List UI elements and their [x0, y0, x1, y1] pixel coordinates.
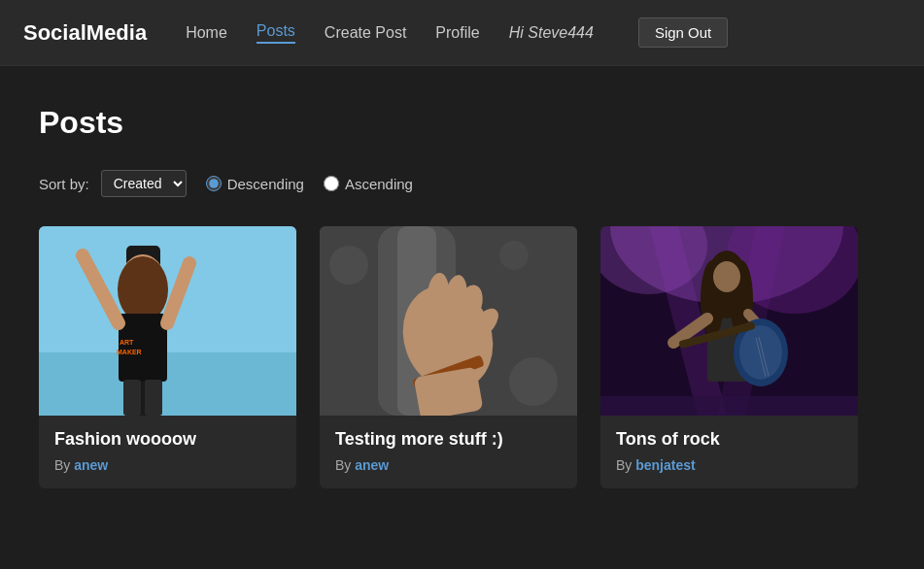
nav-link-create-post[interactable]: Create Post — [325, 24, 406, 42]
post-card-0[interactable]: ART MAKER Fashion woooow By anew — [39, 226, 296, 488]
main-content: Posts Sort by: Created Title Author Desc… — [0, 66, 924, 527]
post-card-1-body: Testing more stuff :) By anew — [320, 416, 577, 488]
post-card-2-body: Tons of rock By benjatest — [600, 416, 858, 488]
post-1-author-line: By anew — [335, 457, 562, 473]
sort-ascending-group: Ascending — [324, 176, 413, 192]
nav-link-profile[interactable]: Profile — [435, 24, 479, 42]
nav-link-posts[interactable]: Posts — [257, 22, 295, 44]
svg-point-24 — [509, 357, 558, 406]
sort-controls: Sort by: Created Title Author Descending… — [39, 170, 885, 197]
post-2-title: Tons of rock — [616, 429, 842, 450]
sort-descending-label[interactable]: Descending — [227, 176, 304, 192]
post-2-author-line: By benjatest — [616, 457, 842, 473]
post-1-title: Testing more stuff :) — [335, 429, 562, 450]
svg-point-41 — [739, 325, 782, 380]
navbar: SocialMedia Home Posts Create Post Profi… — [0, 0, 924, 66]
sort-descending-group: Descending — [206, 176, 304, 192]
post-card-2[interactable]: Tons of rock By benjatest — [600, 226, 858, 488]
sort-select[interactable]: Created Title Author — [101, 170, 187, 197]
nav-links: Home Posts Create Post Profile Hi Steve4… — [186, 17, 901, 48]
post-1-author: anew — [355, 457, 389, 473]
posts-grid: ART MAKER Fashion woooow By anew — [39, 226, 885, 488]
post-0-author-line: By anew — [54, 457, 281, 473]
svg-point-25 — [499, 241, 529, 270]
svg-rect-9 — [145, 380, 162, 416]
post-image-1 — [320, 226, 577, 416]
nav-greeting: Hi Steve444 — [509, 24, 594, 42]
sign-out-button[interactable]: Sign Out — [638, 17, 728, 48]
post-card-0-body: Fashion woooow By anew — [39, 416, 296, 488]
post-image-2 — [600, 226, 858, 416]
svg-text:ART: ART — [120, 339, 134, 346]
page-title: Posts — [39, 105, 885, 141]
svg-point-23 — [329, 246, 368, 284]
post-2-author: benjatest — [635, 457, 695, 473]
svg-point-37 — [713, 261, 740, 292]
svg-rect-8 — [123, 380, 141, 416]
svg-rect-5 — [119, 314, 167, 382]
post-0-author: anew — [74, 457, 108, 473]
post-card-1[interactable]: Testing more stuff :) By anew — [320, 226, 577, 488]
svg-point-4 — [118, 256, 168, 322]
sort-ascending-radio[interactable] — [324, 176, 339, 191]
sort-ascending-label[interactable]: Ascending — [345, 176, 413, 192]
sort-descending-radio[interactable] — [206, 176, 222, 191]
post-0-title: Fashion woooow — [54, 429, 281, 450]
nav-link-home[interactable]: Home — [186, 24, 227, 42]
post-image-0: ART MAKER — [39, 226, 296, 416]
svg-text:MAKER: MAKER — [117, 349, 142, 355]
svg-rect-45 — [600, 396, 858, 416]
sort-by-label: Sort by: — [39, 176, 89, 192]
brand-logo: SocialMedia — [23, 20, 147, 46]
